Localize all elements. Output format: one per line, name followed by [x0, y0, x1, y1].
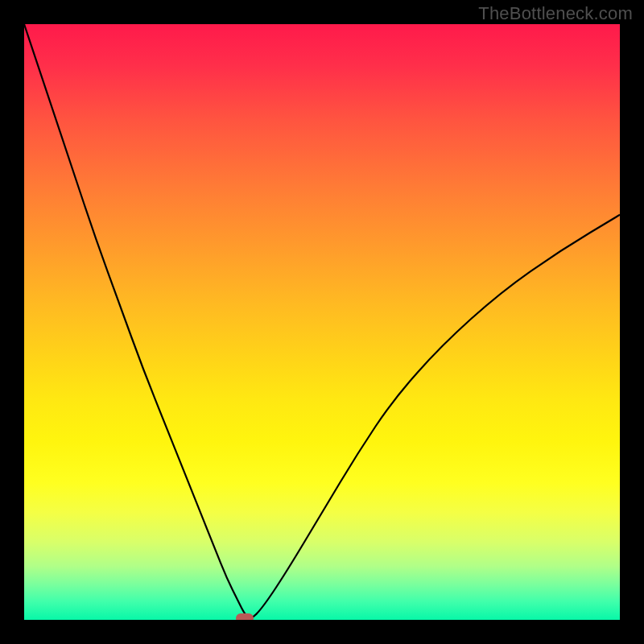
chart-frame: TheBottleneck.com: [0, 0, 644, 644]
watermark-text: TheBottleneck.com: [478, 3, 633, 24]
optimal-point-marker: [236, 613, 254, 620]
bottleneck-curve: [24, 24, 620, 620]
plot-area: [24, 24, 620, 620]
